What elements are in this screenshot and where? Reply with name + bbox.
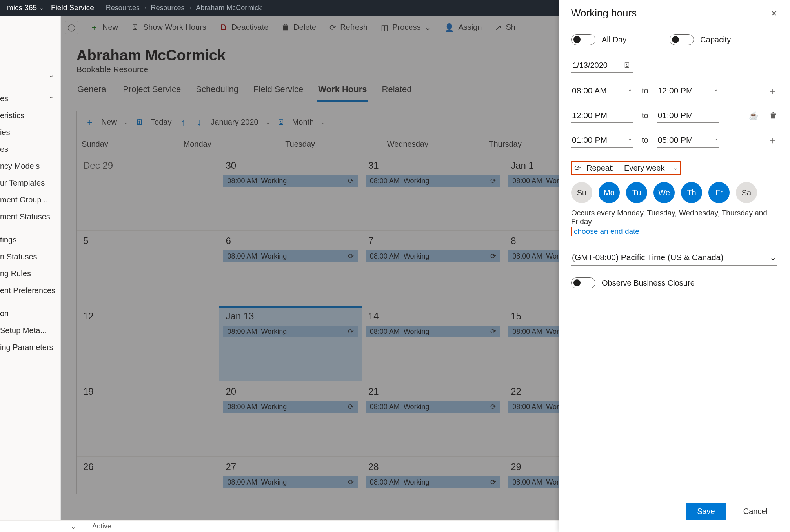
sidebar-item[interactable]: ur Templates [0,175,60,191]
status-value: Active [92,522,111,530]
weekday-toggle[interactable]: Su [571,182,592,203]
to-label: to [642,111,648,120]
crumb[interactable]: Resources [151,4,185,12]
repeat-icon: ⟳ [574,163,581,173]
weekday-toggle[interactable]: We [653,182,675,203]
repeat-value: Every week [624,164,664,173]
plus-icon[interactable]: ＋ [768,134,777,147]
chevron-down-icon: ⌄ [673,165,678,171]
weekday-picker: SuMoTuWeThFrSa [571,182,777,203]
sidebar-item[interactable]: ment Group ... [0,191,60,208]
weekday-toggle[interactable]: Th [681,182,702,203]
breadcrumb: Resources › Resources › Abraham McCormic… [106,4,262,12]
chevron-right-icon: › [144,5,146,11]
calendar-icon[interactable]: 🗓 [623,61,631,70]
weekday-toggle[interactable]: Tu [626,182,647,203]
capacity-toggle[interactable] [670,34,694,45]
chevron-down-icon: ⌄ [39,5,44,11]
time-range-row: 08:00 AM⌄to12:00 PM⌄＋ [571,84,777,98]
app-label: mics 365 [7,4,37,12]
time-to-select[interactable]: 05:00 PM⌄ [657,133,719,148]
all-day-toggle[interactable] [571,34,595,45]
sidebar-heading: on [0,299,60,322]
plus-icon[interactable]: ＋ [768,85,777,97]
weekday-toggle[interactable]: Mo [599,182,620,203]
sidebar-heading: tings [0,225,60,248]
app-name[interactable]: mics 365 ⌄ [7,4,44,12]
chevron-right-icon: › [189,5,191,11]
time-range-row: 12:00 PMto01:00 PM☕🗑 [571,108,777,123]
sidebar-item[interactable]: ing Parameters [0,339,60,356]
repeat-field[interactable]: ⟳ Repeat: Every week ⌄ [571,161,681,175]
time-from-select[interactable]: 08:00 AM⌄ [571,84,633,98]
time-from-select[interactable]: 01:00 PM⌄ [571,133,633,148]
sidebar-item[interactable]: ment Statuses [0,208,60,225]
time-to-select[interactable]: 01:00 PM [657,108,719,123]
occurs-text: Occurs every Monday, Tuesday, Wednesday,… [571,209,777,226]
working-hours-panel: Working hours ✕ All Day Capacity 1/13/20… [559,0,790,532]
time-to-select[interactable]: 12:00 PM⌄ [657,84,719,98]
sidebar-item[interactable]: ng Rules [0,265,60,282]
save-button[interactable]: Save [686,503,726,520]
capacity-label: Capacity [700,35,731,44]
choose-end-date-link[interactable]: choose an end date [571,227,642,236]
left-sidebar: ⌄ ⌄ es eristics ies es ncy Models ur Tem… [0,16,61,532]
sidebar-item[interactable]: ies [0,124,60,141]
to-label: to [642,136,648,145]
repeat-label: Repeat: [586,164,614,173]
crumb[interactable]: Resources [106,4,140,12]
observe-closure-label: Observe Business Closure [602,279,695,288]
trash-icon[interactable]: 🗑 [770,111,777,120]
weekday-toggle[interactable]: Sa [736,182,757,203]
chevron-down-icon[interactable]: ⌄ [0,71,59,79]
close-icon[interactable]: ✕ [771,9,777,18]
date-field[interactable]: 1/13/2020 🗓 [571,58,633,73]
sidebar-item[interactable]: ncy Models [0,158,60,175]
timezone-select[interactable]: (GMT-08:00) Pacific Time (US & Canada) ⌄ [571,250,777,266]
sidebar-item[interactable]: eristics [0,107,60,124]
coffee-icon[interactable]: ☕ [749,111,759,120]
sidebar-item[interactable]: es [0,141,60,158]
date-value: 1/13/2020 [573,61,608,70]
cancel-button[interactable]: Cancel [734,503,777,520]
time-range-row: 01:00 PM⌄to05:00 PM⌄＋ [571,133,777,148]
observe-closure-toggle[interactable] [571,277,595,288]
all-day-label: All Day [602,35,626,44]
crumb[interactable]: Abraham McCormick [196,4,262,12]
sidebar-item[interactable]: Setup Meta... [0,322,60,339]
chevron-down-icon: ⌄ [770,253,777,262]
weekday-toggle[interactable]: Fr [708,182,730,203]
timezone-value: (GMT-08:00) Pacific Time (US & Canada) [572,253,723,262]
area-name[interactable]: Field Service [51,4,94,12]
to-label: to [642,86,648,95]
time-from-select[interactable]: 12:00 PM [571,108,633,123]
status-caret-icon[interactable]: ⌄ [71,522,76,531]
sidebar-item[interactable]: n Statuses [0,248,60,265]
chevron-down-icon[interactable]: ⌄ [0,92,59,100]
sidebar-item[interactable]: ent Preferences [0,282,60,299]
panel-title: Working hours [571,7,637,19]
